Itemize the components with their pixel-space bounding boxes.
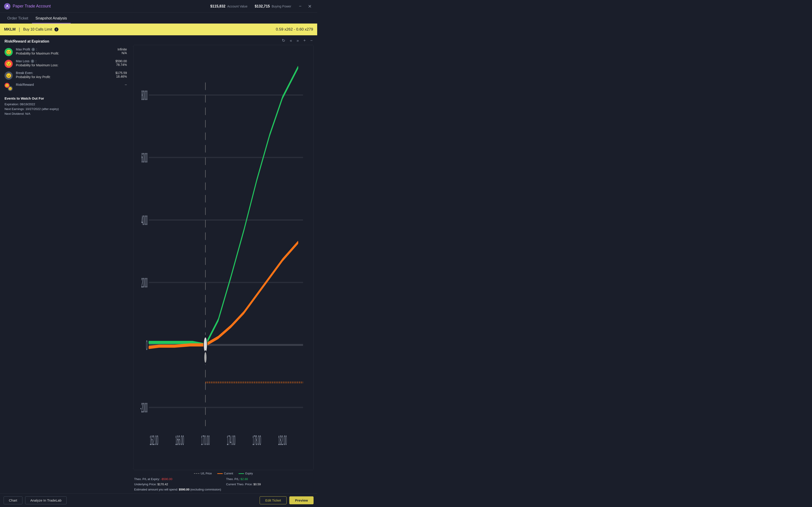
theo-pl-stat: Theo. P/L: $2.88 [226,477,313,481]
svg-text:8000: 8000 [141,88,148,103]
preview-button[interactable]: Preview [289,496,314,504]
minimize-button[interactable]: − [298,3,303,9]
current-line-icon [217,473,223,474]
ticker-info-icon[interactable]: i [54,27,58,32]
underlying-price-value: $170.42 [157,483,168,486]
svg-text:-2000: -2000 [140,400,148,415]
account-info: $115,832 Account Value $132,715 Buying P… [210,4,291,8]
max-loss-sublabel: Probability for Maximum Loss: [16,63,58,67]
events-section: Events to Watch Out For Expiration: 08/1… [5,97,127,115]
max-profit-label: Max Profit i : [16,48,59,51]
account-value-stat: $115,832 Account Value [210,4,247,8]
svg-text:4000: 4000 [141,213,148,228]
metric-break-even: 😐 Break Even: Probability for Any Profit… [5,71,127,80]
theo-pl-value: $2.88 [241,477,248,481]
max-profit-info-icon[interactable]: i [32,48,35,51]
forward-button[interactable]: » [296,38,300,44]
tab-order-ticket[interactable]: Order Ticket [4,14,32,23]
zoom-out-button[interactable]: − [309,38,314,44]
account-value-label: Account Value [227,5,247,8]
chart-controls: ↻ « » + − [133,38,314,44]
max-loss-label: Max Loss i : [16,59,58,63]
footer-right: Edit Ticket Preview [260,496,314,504]
chart-svg: 8000 6000 4000 2000 0 -2000 162.00 166.0… [134,45,313,470]
right-panel: ↻ « » + − 8000 6000 [132,35,317,494]
rewind-button[interactable]: « [289,38,293,44]
event-dividend: Next Dividend: N/A [5,112,127,115]
metrics-list: 😊 Max Profit i : Probability for Maximum… [5,48,127,91]
break-even-value: $175.59 [115,71,127,75]
footer: Chart Analyze In TradeLab Edit Ticket Pr… [0,494,317,507]
frown-red-icon: 😟 [5,60,13,68]
current-theo-price-stat: Current Theo. Price: $0.59 [226,483,313,486]
refresh-button[interactable]: ↻ [281,38,286,44]
svg-point-23 [204,351,207,364]
svg-text:2000: 2000 [141,275,148,290]
max-profit-value: Infinite [117,48,127,51]
break-even-label: Break Even: [16,71,51,75]
account-value: $115,832 [210,4,225,8]
dashed-line-icon [194,473,199,474]
app-title: Paper Trade Account [13,4,51,9]
svg-text:0: 0 [146,337,148,353]
svg-text:170.00: 170.00 [201,432,210,448]
chart-stats: Theo. P/L at Expiry: -$590.00 Theo. P/L:… [133,477,314,491]
close-button[interactable]: ✕ [307,3,313,9]
metric-max-profit: 😊 Max Profit i : Probability for Maximum… [5,48,127,56]
max-profit-sublabel: Probability for Maximum Profit: [16,52,59,55]
svg-rect-1 [134,45,313,470]
svg-text:178.00: 178.00 [252,432,261,448]
ticker-bar: MKLM | Buy 10 Calls Limit i 0.59 x262 - … [0,23,317,35]
header: Paper Trade Account $115,832 Account Val… [0,0,317,13]
svg-text:166.00: 166.00 [175,432,184,448]
max-loss-info-icon[interactable]: i [31,60,34,63]
expiry-line-icon [239,473,244,474]
zoom-in-button[interactable]: + [302,38,307,44]
events-title: Events to Watch Out For [5,97,127,100]
tab-bar: Order Ticket Snapshot Analysis [0,13,317,23]
risk-reward-title: Risk/Reward at Expiration [5,39,127,44]
max-profit-subvalue: N/A [117,51,127,55]
theo-pl-expiry-value: -$590.00 [161,477,172,481]
estimated-spend-stat: Estimated amount you will spend: $590.00… [134,488,313,491]
svg-text:174.00: 174.00 [227,432,236,448]
legend-expiry: Expiry [239,472,253,475]
window-controls: − ✕ [298,3,313,9]
analyze-button[interactable]: Analyze In TradeLab [25,496,67,504]
risk-reward-label: Risk/Reward [16,83,34,87]
current-theo-price-value: $0.59 [253,483,261,486]
max-loss-value: $590.00 [115,59,127,63]
edit-ticket-button[interactable]: Edit Ticket [260,496,287,504]
buying-power-label: Buying Power [272,5,291,8]
legend-current: Current [217,472,233,475]
metric-risk-reward: 😟 😐 Risk/Reward -- [5,83,127,91]
mixed-icon: 😟 😐 [5,83,13,91]
max-loss-subvalue: 78.74% [115,63,127,66]
buying-power-stat: $132,715 Buying Power [255,4,291,8]
break-even-subvalue: 18.46% [115,75,127,78]
smiley-green-icon: 😊 [5,48,13,56]
svg-text:182.00: 182.00 [278,432,287,448]
theo-pl-expiry-stat: Theo. P/L at Expiry: -$590.00 [134,477,221,481]
chart-legend: U/L Price Current Expiry [133,472,314,475]
underlying-price-stat: Underlying Price: $170.42 [134,483,221,486]
legend-ul-price: U/L Price [194,472,212,475]
metric-max-loss: 😟 Max Loss i : Probability for Maximum L… [5,59,127,68]
main-content: Risk/Reward at Expiration 😊 Max Profit i… [0,35,317,494]
event-expiration: Expiration: 08/19/2022 [5,103,127,106]
svg-text:162.00: 162.00 [150,432,158,448]
estimated-spend-value: $590.00 [179,488,189,491]
neutral-gray-icon: 😐 [5,71,13,80]
order-description: Buy 10 Calls Limit [23,27,52,32]
logo-icon [4,3,10,9]
tab-snapshot-analysis[interactable]: Snapshot Analysis [32,14,71,23]
bid-ask: 0.59 x262 - 0.60 x279 [276,27,313,32]
chart-button[interactable]: Chart [4,496,22,504]
event-earnings: Next Earnings: 10/27/2022 (after expiry) [5,107,127,111]
buying-power-value: $132,715 [255,4,270,8]
svg-point-0 [7,5,8,6]
chart-area: 8000 6000 4000 2000 0 -2000 162.00 166.0… [133,45,314,470]
footer-left: Chart Analyze In TradeLab [4,496,67,504]
risk-reward-value: -- [125,83,127,87]
svg-text:6000: 6000 [141,150,148,165]
